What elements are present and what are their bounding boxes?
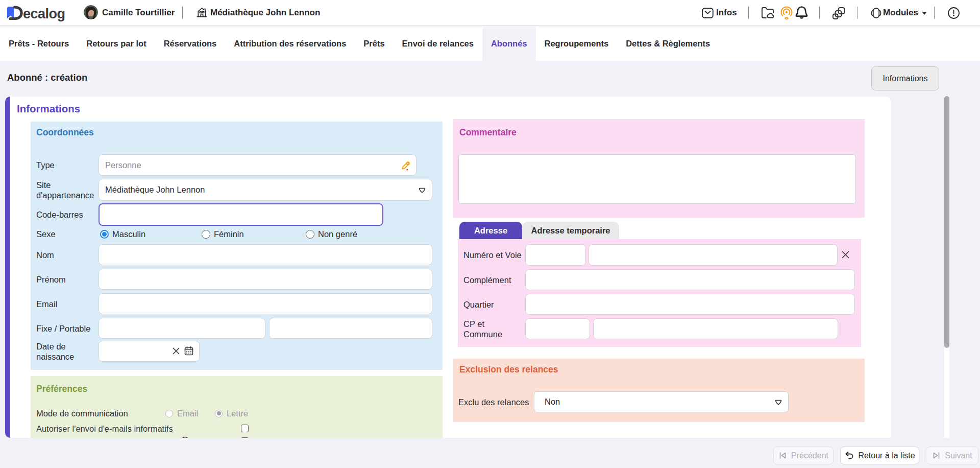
portable-input[interactable] [269,318,432,339]
radio-mode-email-label: Email [177,409,198,418]
exclu-relances-value: Non [545,397,560,407]
mode-communication-label: Mode de communication [36,407,169,420]
tab-adresse[interactable]: Adresse [459,222,522,240]
tab-abonnes[interactable]: Abonnés [482,27,536,61]
radio-masculin[interactable]: Masculin [100,226,145,242]
cp-commune-label: CP et Commune [463,318,524,339]
radio-masculin-circle[interactable] [100,230,109,239]
cp-input[interactable] [525,318,590,339]
modules-menu[interactable]: Modules [883,0,918,26]
radio-non-genre-circle[interactable] [306,230,314,239]
calendar-icon[interactable] [184,346,194,356]
radio-mode-lettre-label: Lettre [227,409,248,418]
user-avatar[interactable] [84,5,98,19]
radio-masculin-label: Masculin [112,229,145,239]
tab-regroupements[interactable]: Regroupements [536,27,618,61]
coordonnees-panel: Coordonnées Type Site d'appartenance Méd… [31,122,443,370]
clear-date-icon[interactable] [172,347,180,355]
modules-caret-icon [922,12,927,15]
informations-nav-button[interactable]: Informations [871,66,939,90]
clear-adresse-icon[interactable] [841,250,850,259]
tab-prets-retours[interactable]: Prêts - Retours [0,27,78,61]
suivant-button[interactable]: Suivant [926,447,978,464]
user-name[interactable]: Camille Tourtillier [102,0,175,26]
dropdown-icon [775,399,782,406]
prenom-label: Prénom [36,269,96,290]
notifications-bell-icon[interactable] [795,6,808,19]
commentaire-heading: Commentaire [459,127,517,138]
preferences-panel: Préférences Mode de communication Email … [31,376,443,438]
quartier-input[interactable] [525,294,855,315]
type-label: Type [36,154,96,176]
tab-adresse-temporaire[interactable]: Adresse temporaire [522,222,619,240]
header-separator [182,7,183,19]
tab-reservations[interactable]: Réservations [155,27,226,61]
radio-mode-email[interactable]: Email [165,407,198,420]
tab-retours-par-lot[interactable]: Retours par lot [78,27,155,61]
nom-input[interactable] [99,244,432,265]
precedent-button[interactable]: Précédent [773,447,834,464]
complement-input[interactable] [525,269,855,290]
decalog-logo[interactable]: ecalog [4,4,70,23]
mail-infos-icon[interactable] [702,8,714,18]
broadcast-icon[interactable] [779,6,794,20]
svg-text:ecalog: ecalog [23,6,65,21]
coordonnees-heading: Coordonnées [36,127,94,138]
precedent-label: Précédent [791,451,828,460]
page-title: Abonné : création [7,61,87,95]
radio-mode-lettre-circle[interactable] [215,410,223,417]
app-header: ecalog Camille Tourtillier Médiathèque J… [0,0,980,26]
exclu-relances-select[interactable]: Non [534,391,789,412]
adresse-tabs: Adresse Adresse temporaire [459,222,619,240]
linked-records-icon[interactable] [832,7,846,20]
undo-icon [844,451,854,460]
commentaire-panel: Commentaire [453,119,865,218]
radio-feminin[interactable]: Féminin [202,226,244,242]
retour-liste-button[interactable]: Retour à la liste [840,447,919,464]
code-barres-label: Code-barres [36,203,96,226]
prenom-input[interactable] [99,269,432,290]
exclu-relances-label: Exclu des relances [458,391,532,412]
sexe-label: Sexe [36,226,96,242]
tab-attribution-reservations[interactable]: Attribution des réservations [225,27,355,61]
date-naissance-label: Date de naissance [36,341,96,362]
modules-icon[interactable] [870,7,882,19]
email-input[interactable] [99,293,432,314]
site-appartenance-label: Site d'appartenance [36,179,97,201]
tab-dettes-reglements[interactable]: Dettes & Règlements [617,27,719,61]
autoriser-emails-checkbox[interactable] [241,425,249,432]
header-separator [819,7,820,19]
radio-non-genre-label: Non genré [318,229,357,239]
type-input[interactable] [99,154,416,176]
infos-label[interactable]: Infos [716,0,737,26]
fixe-portable-label: Fixe / Portable [36,318,96,339]
commune-input[interactable] [593,318,838,339]
commentaire-textarea[interactable] [458,154,856,204]
alert-circle-icon[interactable] [947,7,960,19]
tab-envoi-relances[interactable]: Envoi de relances [394,27,482,61]
folder-cloud-icon[interactable] [761,7,774,19]
logo-bookmark-icon [7,7,14,18]
library-building-icon [196,7,208,18]
code-barres-input[interactable] [99,203,383,226]
header-separator [857,7,857,19]
voie-input[interactable] [589,244,838,266]
exclusion-panel: Exclusion des relances Exclu des relance… [453,359,865,422]
radio-non-genre[interactable]: Non genré [306,226,357,242]
abonne-form-card: Informations Coordonnées Type Site d'app… [10,97,891,438]
edit-pencil-icon[interactable] [400,160,411,171]
numero-input[interactable] [525,244,586,266]
header-separator [934,7,935,19]
scrollbar-thumb[interactable] [944,96,949,348]
radio-feminin-circle[interactable] [202,230,210,239]
site-appartenance-value: Médiathèque John Lennon [105,185,205,195]
footer-bar: Précédent Retour à la liste Suivant [0,438,980,468]
fixe-input[interactable] [99,318,265,339]
current-site-name[interactable]: Médiathèque John Lennon [210,0,320,26]
tab-prets[interactable]: Prêts [355,27,393,61]
adresse-panel: Numéro et Voie Complément Quartier CP et… [458,239,861,347]
site-appartenance-select[interactable]: Médiathèque John Lennon [99,179,432,201]
radio-mode-email-circle[interactable] [165,410,173,417]
radio-mode-lettre[interactable]: Lettre [215,407,248,420]
preferences-heading: Préférences [36,384,87,394]
